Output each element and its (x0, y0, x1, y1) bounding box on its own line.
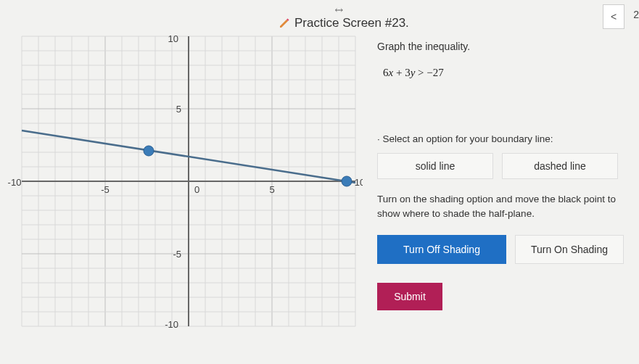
dashed-line-button[interactable]: dashed line (502, 153, 618, 179)
screen-title-row: Practice Screen #23. (279, 16, 638, 30)
svg-text:5: 5 (176, 104, 181, 115)
select-option-label: · Select an option for your boundary lin… (377, 133, 638, 144)
pencil-icon (279, 17, 290, 29)
shading-instruction: Turn on the shading option and move the … (377, 192, 631, 222)
dashed-line-label: dashed line (534, 160, 586, 172)
submit-button[interactable]: Submit (377, 283, 442, 310)
submit-label: Submit (394, 291, 426, 302)
turn-on-shading-button[interactable]: Turn On Shading (515, 235, 624, 264)
solid-line-button[interactable]: solid line (377, 153, 493, 179)
inequality-equation: 6x + 3y > −27 (383, 67, 638, 79)
turn-off-shading-label: Turn Off Shading (403, 244, 480, 255)
svg-text:5: 5 (269, 184, 274, 195)
instruction-subtitle: Graph the inequality. (377, 41, 638, 52)
right-panel: Practice Screen #23. Graph the inequalit… (276, 16, 638, 310)
svg-text:-10: -10 (165, 319, 178, 330)
screen-title: Practice Screen #23. (294, 16, 409, 30)
solid-line-label: solid line (416, 160, 455, 172)
drag-point-1 (144, 146, 154, 156)
turn-off-shading-button[interactable]: Turn Off Shading (377, 235, 506, 264)
svg-text:-5: -5 (101, 184, 110, 195)
svg-text:-10: -10 (8, 177, 22, 188)
expand-icon[interactable]: ⤢ (332, 3, 347, 17)
turn-on-shading-label: Turn On Shading (531, 244, 608, 255)
svg-text:0: 0 (194, 184, 199, 195)
svg-text:-5: -5 (173, 249, 181, 260)
svg-text:10: 10 (168, 33, 178, 44)
